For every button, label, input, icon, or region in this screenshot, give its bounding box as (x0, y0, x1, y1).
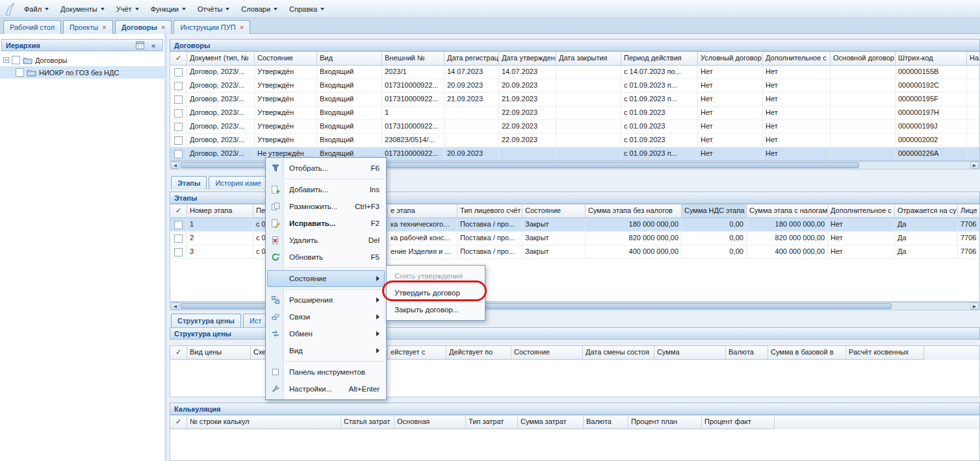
column-header[interactable]: Валюта (726, 346, 768, 360)
close-icon[interactable]: × (240, 24, 244, 31)
row-checkbox[interactable] (174, 221, 183, 229)
row-checkbox[interactable] (174, 248, 183, 256)
column-header[interactable]: Сумма НДС этапа (682, 205, 747, 218)
menu-item-close-contract[interactable]: Закрыть договор... (388, 301, 484, 318)
scroll-right-arrow[interactable]: ▶ (970, 162, 979, 169)
tree-checkbox[interactable] (12, 56, 20, 64)
menu-item-view[interactable]: Вид (267, 342, 385, 359)
row-checkbox[interactable] (174, 150, 183, 158)
menu-item-exchange[interactable]: Обмен (267, 325, 385, 342)
column-header[interactable]: Дата регистрации (445, 52, 499, 66)
column-header[interactable]: Вид (317, 52, 382, 66)
column-header[interactable]: Дата утверждения (499, 52, 556, 66)
table-row[interactable]: Договор, 2023/...УтверждёнВходящий017310… (170, 93, 979, 106)
menu-item-approve[interactable]: Утвердить договор (388, 284, 484, 301)
column-header[interactable]: Расчёт косвенных (846, 346, 924, 360)
menu-item-settings[interactable]: Настройки...Alt+Enter (267, 380, 385, 397)
tree-item-root[interactable]: Договоры (0, 54, 164, 66)
tab-item[interactable]: Ист (243, 314, 268, 327)
menubar-item[interactable]: Файл (18, 2, 55, 16)
column-header[interactable]: Состояние (522, 205, 586, 218)
column-header[interactable]: ✓ (170, 346, 187, 360)
row-checkbox[interactable] (174, 68, 183, 77)
menu-item-toolbar[interactable]: Панель инструментов (267, 364, 385, 380)
column-header[interactable]: Основная (394, 416, 466, 429)
menu-item-extensions[interactable]: Расширения (267, 292, 385, 308)
column-header[interactable]: Тип затрат (466, 416, 518, 429)
column-header[interactable]: Процент план (628, 416, 702, 429)
table-row[interactable]: Договор, 2023/...УтверждёнВходящий017310… (170, 79, 979, 93)
menubar-item[interactable]: Словари (235, 2, 283, 16)
scroll-left-arrow[interactable]: ◀ (171, 162, 179, 169)
close-icon[interactable]: × (161, 24, 165, 31)
menu-item-delete[interactable]: УдалитьDel (267, 232, 385, 249)
column-header[interactable]: ✓ (170, 52, 187, 66)
column-header[interactable]: Основной договор (831, 52, 896, 66)
column-header[interactable]: ✓ (170, 205, 187, 218)
row-checkbox[interactable] (174, 234, 183, 243)
column-header[interactable]: № строки калькул (187, 416, 341, 429)
column-header[interactable]: ействует с (388, 346, 446, 360)
column-header[interactable]: е этапа (388, 205, 458, 218)
column-header[interactable]: Вид цены (187, 346, 251, 360)
collapse-sidebar-button[interactable]: « (148, 40, 159, 50)
row-checkbox[interactable] (174, 109, 183, 118)
tree-item-child[interactable]: НИОКР по ГОЗ без НДС (0, 66, 164, 79)
menu-item-state[interactable]: Состояние (267, 270, 385, 287)
tab-item[interactable]: История изме (209, 176, 268, 190)
column-header[interactable]: Дополнительное с (763, 52, 831, 66)
tab-item[interactable]: Инструкции ПУП× (174, 20, 250, 34)
column-header[interactable]: Валюта (584, 416, 628, 429)
tab-item[interactable]: Проекты× (63, 20, 113, 34)
tab-item[interactable]: Структура цены (171, 314, 241, 327)
column-header[interactable]: Дополнительное с (828, 205, 895, 218)
close-icon[interactable]: × (102, 24, 106, 31)
column-header[interactable]: Состояние (255, 52, 317, 66)
column-header[interactable]: ✓ (170, 416, 187, 429)
menu-item-links[interactable]: Связи (267, 308, 385, 325)
menu-item-filter[interactable]: Отобрать...F6 (267, 160, 385, 177)
menubar-item[interactable]: Отчёты (192, 2, 235, 16)
column-header[interactable]: Нало (967, 52, 980, 66)
tab-item[interactable]: Договоры× (115, 20, 172, 34)
tree-collapse-icon[interactable] (3, 57, 9, 63)
column-header[interactable]: Сумма этапа с налогами (747, 205, 828, 218)
column-header[interactable]: Номер этапа (187, 205, 253, 218)
row-checkbox[interactable] (174, 123, 183, 131)
column-header[interactable]: Период действия (621, 52, 698, 66)
tab-item[interactable]: Этапы (171, 176, 207, 190)
menubar-item[interactable]: Функции (145, 2, 192, 16)
menubar-item[interactable]: Справка (283, 2, 330, 16)
table-row[interactable]: Договор, 2023/...УтверждёнВходящий230823… (170, 134, 979, 147)
column-header[interactable]: Тип лицевого счёт (458, 205, 522, 218)
menubar-item[interactable]: Документы (55, 2, 110, 16)
column-header[interactable]: Сумма в базовой в (768, 346, 846, 360)
column-header[interactable]: Документ (тип, № (187, 52, 255, 66)
tab-item[interactable]: Рабочий стол (3, 20, 61, 34)
column-header[interactable]: Отражается на су (895, 205, 958, 218)
column-header[interactable]: Условный договор (698, 52, 763, 66)
column-header[interactable]: Сумма затрат (518, 416, 584, 429)
row-checkbox[interactable] (174, 136, 183, 145)
table-row[interactable]: Договор, 2023/...УтверждёнВходящий017310… (170, 120, 979, 134)
scroll-left-arrow[interactable]: ◀ (171, 303, 179, 310)
table-row[interactable]: Договор, 2023/...УтверждёнВходящий122.09… (170, 106, 979, 120)
column-header[interactable]: Действует по (446, 346, 511, 360)
menu-item-edit[interactable]: Исправить...F2 (267, 215, 385, 232)
menu-item-add[interactable]: Добавить...Ins (267, 181, 385, 198)
table-row[interactable]: Договор, 2023/...УтверждёнВходящий2023/1… (170, 66, 979, 79)
column-header[interactable]: Дата смены состоя (583, 346, 654, 360)
column-header[interactable]: Внешний № (382, 52, 445, 66)
column-header[interactable]: Процент факт (702, 416, 775, 429)
column-header[interactable]: Лице (958, 205, 980, 218)
menu-item-duplicate[interactable]: Размножить...Ctrl+F3 (267, 198, 385, 215)
column-header[interactable]: Статья затрат (341, 416, 394, 429)
column-header[interactable]: Сумма (654, 346, 726, 360)
column-header[interactable]: Сумма этапа без налогов (586, 205, 682, 218)
tree-checkbox[interactable] (16, 68, 24, 77)
column-header[interactable]: Состояние (511, 346, 583, 360)
menu-item-refresh[interactable]: ОбновитьF5 (267, 249, 385, 266)
column-header[interactable]: Штрих-код (896, 52, 967, 66)
scroll-right-arrow[interactable]: ▶ (970, 303, 979, 310)
column-header[interactable]: Дата закрытия (556, 52, 621, 66)
